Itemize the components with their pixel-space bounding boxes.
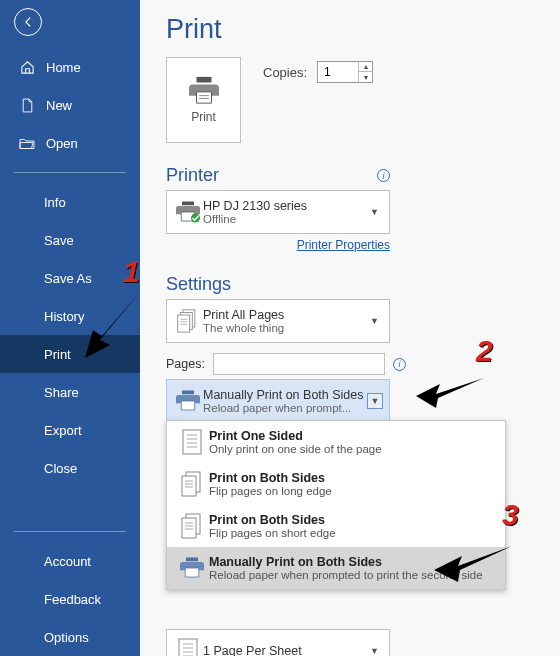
dd-line1: Manually Print on Both Sides	[203, 388, 367, 402]
nav-open[interactable]: Open	[0, 124, 140, 162]
nav-feedback[interactable]: Feedback	[0, 580, 140, 618]
nav-group-bottom: Account Feedback Options	[0, 521, 140, 656]
duplex-dropdown[interactable]: Manually Print on Both Sides Reload pape…	[166, 379, 390, 423]
menu-line2: Flip pages on long edge	[209, 485, 332, 497]
menu-line1: Manually Print on Both Sides	[209, 555, 483, 569]
print-button-label: Print	[191, 110, 216, 124]
svg-rect-3	[178, 315, 190, 332]
menu-manual-both-sides[interactable]: Manually Print on Both Sides Reload pape…	[167, 547, 505, 589]
copies-label: Copies:	[263, 65, 307, 80]
chevron-down-icon: ▼	[367, 393, 383, 409]
menu-both-sides-short[interactable]: Print on Both Sides Flip pages on short …	[167, 505, 505, 547]
nav-export[interactable]: Export	[0, 411, 140, 449]
nav-label: Share	[44, 385, 79, 400]
dd-line1: Print All Pages	[203, 308, 366, 322]
page-single-icon	[173, 638, 203, 656]
copies-row: Copies: ▲ ▼	[263, 61, 373, 83]
nav-label: History	[44, 309, 84, 324]
copies-input[interactable]	[318, 65, 358, 79]
menu-both-sides-long[interactable]: Print on Both Sides Flip pages on long e…	[167, 463, 505, 505]
nav-label: Save	[44, 233, 74, 248]
printer-icon	[189, 76, 219, 104]
nav-info[interactable]: Info	[0, 183, 140, 221]
nav-account[interactable]: Account	[0, 542, 140, 580]
pages-stack-icon	[173, 309, 203, 333]
menu-line1: Print One Sided	[209, 429, 382, 443]
nav-save[interactable]: Save	[0, 221, 140, 259]
divider	[14, 531, 126, 532]
dd-line2: Reload paper when prompt...	[203, 402, 367, 414]
nav-group-file: Info Save Save As History Print Share Ex…	[0, 183, 140, 487]
menu-line1: Print on Both Sides	[209, 513, 336, 527]
printer-status-icon	[173, 201, 203, 223]
menu-print-one-sided[interactable]: Print One Sided Only print on one side o…	[167, 421, 505, 463]
nav-label: New	[46, 98, 72, 113]
nav-label: Close	[44, 461, 77, 476]
svg-rect-6	[182, 476, 196, 496]
menu-line2: Reload paper when prompted to print the …	[209, 569, 483, 581]
menu-line1: Print on Both Sides	[209, 471, 332, 485]
svg-rect-8	[182, 518, 196, 538]
nav-label: Print	[44, 347, 71, 362]
duplex-menu: Print One Sided Only print on one side o…	[166, 420, 506, 590]
settings-heading: Settings	[166, 274, 231, 295]
print-range-dropdown[interactable]: Print All Pages The whole thing ▼	[166, 299, 390, 343]
nav-print[interactable]: Print	[0, 335, 140, 373]
print-button[interactable]: Print	[166, 57, 241, 143]
printer-duplex-icon	[173, 390, 203, 412]
pages-input[interactable]	[213, 353, 385, 375]
printer-dropdown[interactable]: HP DJ 2130 series Offline ▼	[166, 190, 390, 234]
home-icon	[18, 60, 36, 75]
nav-label: Options	[44, 630, 89, 645]
nav-close[interactable]: Close	[0, 449, 140, 487]
nav-share[interactable]: Share	[0, 373, 140, 411]
menu-line2: Only print on one side of the page	[209, 443, 382, 455]
printer-status: Offline	[203, 213, 366, 225]
page-single-icon	[175, 429, 209, 455]
pages-per-sheet-dropdown[interactable]: 1 Page Per Sheet ▼	[166, 629, 390, 656]
page-title: Print	[166, 14, 560, 45]
nav-label: Save As	[44, 271, 92, 286]
printer-properties-link[interactable]: Printer Properties	[166, 238, 390, 252]
nav-label: Info	[44, 195, 66, 210]
divider	[14, 172, 126, 173]
page-flip-short-icon	[175, 513, 209, 539]
nav-label: Account	[44, 554, 91, 569]
menu-line2: Flip pages on short edge	[209, 527, 336, 539]
dd-line1: 1 Page Per Sheet	[203, 644, 366, 656]
nav-label: Export	[44, 423, 82, 438]
chevron-down-icon: ▼	[366, 646, 383, 656]
back-button[interactable]	[14, 8, 42, 36]
nav-options[interactable]: Options	[0, 618, 140, 656]
printer-heading: Printer	[166, 165, 219, 186]
folder-open-icon	[18, 137, 36, 150]
nav-label: Feedback	[44, 592, 101, 607]
chevron-down-icon: ▼	[366, 207, 383, 217]
nav-home[interactable]: Home	[0, 48, 140, 86]
copies-up[interactable]: ▲	[359, 62, 373, 72]
copies-down[interactable]: ▼	[359, 72, 373, 82]
nav-label: Open	[46, 136, 78, 151]
info-icon[interactable]: i	[393, 358, 406, 371]
printer-name: HP DJ 2130 series	[203, 199, 366, 213]
backstage-sidebar: Home New Open Info Save Save As History …	[0, 0, 140, 656]
nav-save-as[interactable]: Save As	[0, 259, 140, 297]
svg-rect-4	[183, 430, 201, 454]
nav-new[interactable]: New	[0, 86, 140, 124]
copies-spinner[interactable]: ▲ ▼	[317, 61, 373, 83]
page-flip-long-icon	[175, 471, 209, 497]
chevron-down-icon: ▼	[366, 316, 383, 326]
nav-label: Home	[46, 60, 81, 75]
pages-label: Pages:	[166, 357, 205, 371]
nav-history[interactable]: History	[0, 297, 140, 335]
nav-group-primary: Home New Open	[0, 48, 140, 162]
svg-point-0	[191, 214, 200, 223]
document-icon	[18, 98, 36, 113]
arrow-left-icon	[21, 15, 35, 29]
print-panel: Print Print Copies: ▲ ▼ Printer i HP DJ …	[140, 0, 560, 656]
printer-manual-icon	[175, 557, 209, 579]
dd-line2: The whole thing	[203, 322, 366, 334]
info-icon[interactable]: i	[377, 169, 390, 182]
